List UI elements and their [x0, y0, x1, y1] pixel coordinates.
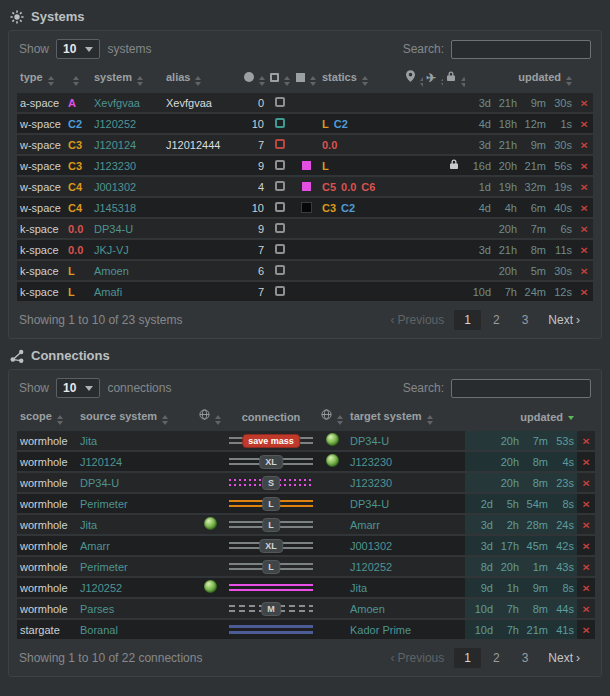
connection-graphic[interactable]: save mass [229, 434, 313, 447]
target-system-link[interactable]: Amoen [350, 603, 385, 615]
delete-icon[interactable]: × [580, 286, 588, 296]
systems-column-header[interactable]: updated [465, 67, 575, 91]
delete-icon[interactable]: × [580, 118, 588, 128]
connection-graphic[interactable]: L [229, 518, 313, 531]
delete-icon[interactable]: × [582, 603, 590, 613]
delete-icon[interactable]: × [582, 624, 590, 634]
source-system-link[interactable]: Perimeter [80, 498, 128, 510]
connection-graphic[interactable]: S [229, 476, 313, 489]
source-system-link[interactable]: Boranal [80, 624, 118, 636]
status-checkbox[interactable] [275, 265, 285, 275]
connections-column-header[interactable]: target system [347, 406, 465, 429]
page-size-select[interactable]: 10 [56, 378, 100, 398]
page-button[interactable]: 1 [454, 648, 481, 668]
connection-graphic[interactable]: M [229, 602, 313, 615]
connection-graphic[interactable] [229, 623, 313, 636]
system-link[interactable]: JKJ-VJ [94, 244, 129, 256]
source-system-link[interactable]: Amarr [80, 540, 110, 552]
target-system-link[interactable]: Kador Prime [350, 624, 411, 636]
delete-icon[interactable]: × [582, 477, 590, 487]
connections-column-header[interactable] [195, 406, 225, 429]
target-system-link[interactable]: Jita [350, 582, 367, 594]
delete-icon[interactable]: × [580, 223, 588, 233]
source-system-link[interactable]: DP34-U [80, 477, 119, 489]
connection-graphic[interactable]: XL [229, 455, 313, 468]
system-link[interactable]: Xevfgvaa [94, 97, 140, 109]
target-system-link[interactable]: Amarr [350, 519, 380, 531]
page-button[interactable]: 2 [483, 310, 510, 330]
page-button[interactable]: 3 [512, 648, 539, 668]
delete-icon[interactable]: × [582, 582, 590, 592]
systems-column-header[interactable] [65, 67, 91, 91]
connections-column-header[interactable] [317, 406, 347, 429]
systems-column-header[interactable]: ✈ [423, 67, 443, 91]
delete-icon[interactable]: × [580, 97, 588, 107]
source-system-link[interactable]: Jita [80, 435, 97, 447]
source-system-link[interactable]: Parses [80, 603, 114, 615]
connections-column-header[interactable]: updated [465, 406, 577, 429]
source-system-link[interactable]: Jita [80, 519, 97, 531]
source-system-link[interactable]: J120124 [80, 456, 122, 468]
status-checkbox[interactable] [275, 223, 285, 233]
system-link[interactable]: J123230 [94, 160, 136, 172]
previous-button[interactable]: ‹Previous [380, 310, 453, 330]
system-link[interactable]: J145318 [94, 202, 136, 214]
target-system-link[interactable]: DP34-U [350, 498, 389, 510]
delete-icon[interactable]: × [580, 265, 588, 275]
delete-icon[interactable]: × [582, 456, 590, 466]
status-checkbox[interactable] [275, 97, 285, 107]
systems-column-header[interactable] [241, 67, 267, 91]
connection-graphic[interactable]: L [229, 497, 313, 510]
systems-column-header[interactable]: system [91, 67, 163, 91]
status-checkbox[interactable] [275, 286, 285, 296]
target-system-link[interactable]: J123230 [350, 477, 392, 489]
system-link[interactable]: J120252 [94, 118, 136, 130]
page-button[interactable]: 2 [483, 648, 510, 668]
system-link[interactable]: J120124 [94, 139, 136, 151]
status-checkbox[interactable] [275, 118, 285, 128]
search-input[interactable] [451, 40, 591, 59]
system-link[interactable]: Amoen [94, 265, 129, 277]
systems-column-header[interactable] [443, 67, 465, 91]
source-system-link[interactable]: Perimeter [80, 561, 128, 573]
delete-icon[interactable]: × [580, 244, 588, 254]
systems-column-header[interactable] [267, 67, 293, 91]
delete-icon[interactable]: × [582, 561, 590, 571]
next-button[interactable]: Next› [540, 648, 591, 668]
page-size-select[interactable]: 10 [56, 39, 100, 59]
systems-column-header[interactable]: statics [319, 67, 403, 91]
connections-column-header[interactable]: connection [225, 406, 317, 429]
previous-button[interactable]: ‹Previous [380, 648, 453, 668]
status-checkbox[interactable] [275, 139, 285, 149]
source-system-link[interactable]: J120252 [80, 582, 122, 594]
system-link[interactable]: J001302 [94, 181, 136, 193]
systems-column-header[interactable] [293, 67, 319, 91]
delete-icon[interactable]: × [580, 202, 588, 212]
system-link[interactable]: Amafi [94, 286, 122, 298]
connections-column-header[interactable]: scope [17, 406, 77, 429]
status-checkbox[interactable] [275, 202, 285, 212]
status-checkbox[interactable] [275, 181, 285, 191]
target-system-link[interactable]: J123230 [350, 456, 392, 468]
delete-icon[interactable]: × [582, 540, 590, 550]
connection-graphic[interactable]: XL [229, 539, 313, 552]
page-button[interactable]: 3 [512, 310, 539, 330]
systems-column-header[interactable] [403, 67, 423, 91]
delete-icon[interactable]: × [580, 139, 588, 149]
page-button[interactable]: 1 [454, 310, 481, 330]
target-system-link[interactable]: DP34-U [350, 435, 389, 447]
target-system-link[interactable]: J120252 [350, 561, 392, 573]
target-system-link[interactable]: J001302 [350, 540, 392, 552]
systems-column-header[interactable]: type [17, 67, 65, 91]
connection-graphic[interactable] [229, 581, 313, 594]
next-button[interactable]: Next› [540, 310, 591, 330]
delete-icon[interactable]: × [580, 160, 588, 170]
delete-icon[interactable]: × [582, 498, 590, 508]
delete-icon[interactable]: × [580, 181, 588, 191]
delete-icon[interactable]: × [582, 519, 590, 529]
delete-icon[interactable]: × [582, 435, 590, 445]
systems-column-header[interactable]: alias [163, 67, 241, 91]
search-input[interactable] [451, 379, 591, 398]
status-checkbox[interactable] [275, 160, 285, 170]
connections-column-header[interactable]: source system [77, 406, 195, 429]
